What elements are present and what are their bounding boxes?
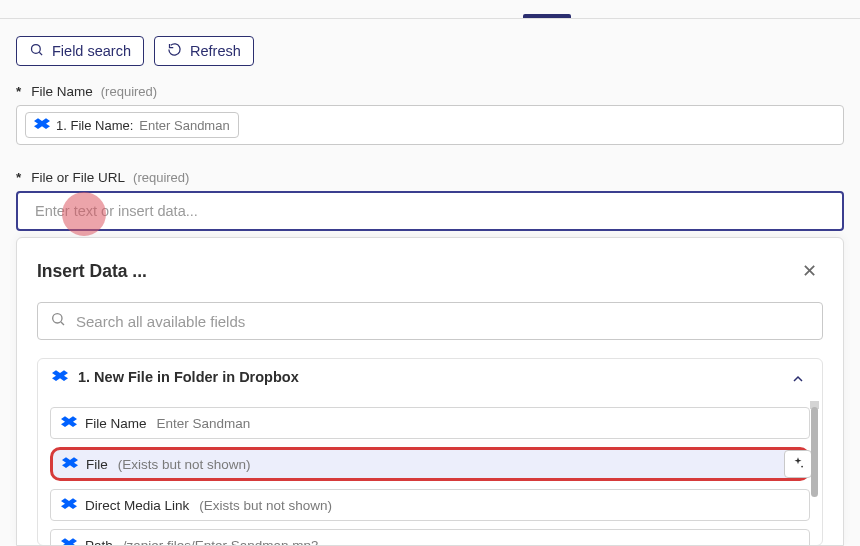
data-item-file-name[interactable]: File Name Enter Sandman	[50, 407, 810, 439]
source-header[interactable]: 1. New File in Folder in Dropbox	[38, 359, 822, 395]
source-container: 1. New File in Folder in Dropbox File Na…	[37, 358, 823, 546]
item-suffix: (Exists but not shown)	[199, 498, 332, 513]
file-or-url-input[interactable]: Enter text or insert data...	[16, 191, 844, 231]
required-asterisk: *	[16, 170, 21, 185]
field-search-label: Field search	[52, 43, 131, 59]
dropbox-icon	[52, 369, 68, 385]
search-box[interactable]	[37, 302, 823, 340]
refresh-label: Refresh	[190, 43, 241, 59]
item-name: File	[86, 457, 108, 472]
data-item-direct-media-link[interactable]: Direct Media Link (Exists but not shown)	[50, 489, 810, 521]
svg-line-3	[61, 322, 64, 325]
required-asterisk: *	[16, 84, 21, 99]
data-item-file[interactable]: File (Exists but not shown)	[50, 447, 810, 481]
insert-data-popover: Insert Data ... ✕ 1. New File in Folder …	[16, 237, 844, 546]
active-tab-indicator	[523, 14, 571, 18]
source-body: File Name Enter Sandman File (Exists but…	[38, 401, 822, 545]
data-pill-file-name[interactable]: 1. File Name: Enter Sandman	[25, 112, 239, 138]
field-label-row: * File or File URL (required)	[16, 170, 844, 185]
dropbox-icon	[61, 537, 77, 545]
popover-title: Insert Data ...	[37, 261, 147, 282]
svg-point-4	[801, 465, 803, 467]
field-label: File Name	[31, 84, 93, 99]
dropbox-icon	[61, 497, 77, 513]
pill-prefix: 1. File Name:	[56, 118, 133, 133]
dropbox-icon	[61, 415, 77, 431]
close-button[interactable]: ✕	[796, 258, 823, 284]
search-icon	[50, 311, 66, 331]
ai-enhance-button[interactable]	[784, 450, 812, 478]
popover-header: Insert Data ... ✕	[37, 258, 823, 284]
item-name: Direct Media Link	[85, 498, 189, 513]
field-label-row: * File Name (required)	[16, 84, 844, 99]
refresh-icon	[167, 42, 182, 60]
field-file-or-url: * File or File URL (required) Enter text…	[16, 170, 844, 231]
input-placeholder: Enter text or insert data...	[25, 203, 198, 219]
search-icon	[29, 42, 44, 60]
required-hint: (required)	[101, 84, 157, 99]
required-hint: (required)	[133, 170, 189, 185]
item-name: File Name	[85, 416, 147, 431]
item-name: Path	[85, 538, 113, 546]
item-suffix: Enter Sandman	[157, 416, 251, 431]
top-divider	[0, 18, 860, 19]
svg-point-0	[32, 45, 41, 54]
dropbox-icon	[62, 456, 78, 472]
search-input[interactable]	[76, 313, 810, 330]
field-label: File or File URL	[31, 170, 125, 185]
refresh-button[interactable]: Refresh	[154, 36, 254, 66]
dropbox-icon	[34, 117, 50, 133]
file-name-input[interactable]: 1. File Name: Enter Sandman	[16, 105, 844, 145]
sparkle-icon	[791, 456, 805, 473]
item-suffix: (Exists but not shown)	[118, 457, 251, 472]
field-search-button[interactable]: Field search	[16, 36, 144, 66]
toolbar: Field search Refresh	[16, 36, 254, 66]
close-icon: ✕	[802, 261, 817, 281]
pill-value: Enter Sandman	[139, 118, 229, 133]
field-file-name: * File Name (required) 1. File Name: Ent…	[16, 84, 844, 145]
svg-line-1	[39, 52, 42, 55]
source-title: 1. New File in Folder in Dropbox	[78, 369, 299, 385]
data-item-path[interactable]: Path /zapier files/Enter Sandman.mp3	[50, 529, 810, 545]
item-suffix: /zapier files/Enter Sandman.mp3	[123, 538, 319, 546]
chevron-up-icon[interactable]	[790, 371, 806, 390]
svg-point-2	[53, 314, 62, 323]
scrollbar-thumb[interactable]	[811, 407, 818, 497]
